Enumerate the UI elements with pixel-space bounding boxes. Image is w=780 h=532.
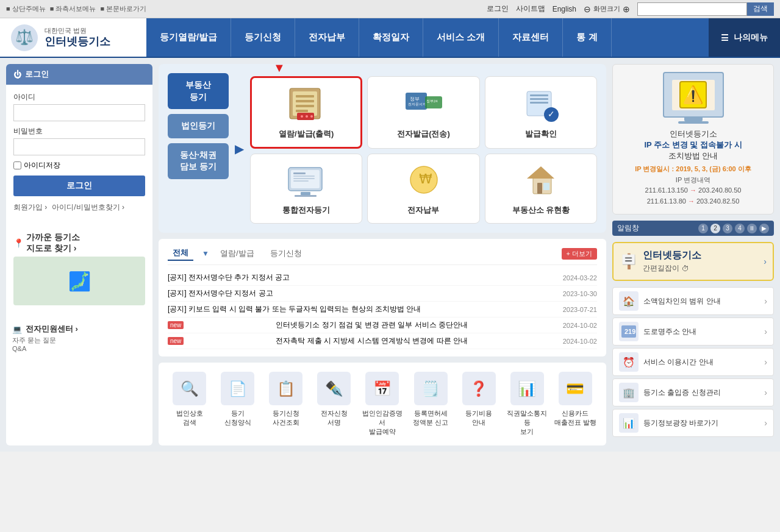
info-link-0[interactable]: 🏠 소액임차인의 범위 안내 › [612, 287, 774, 315]
location-title[interactable]: 📍 가까운 등기소지도로 찾기 › [13, 232, 145, 254]
info-link-2[interactable]: ⏰ 서비스 이용시간 안내 › [612, 348, 774, 376]
pw-label: 비밀번호 [13, 126, 145, 137]
svg-rect-20 [530, 102, 548, 104]
epayment-icon: ₩ [399, 161, 448, 201]
info-link-arrow-2: › [764, 357, 767, 367]
alarm-dot-3[interactable]: 4 [735, 224, 745, 233]
top-link-3[interactable]: ■ 본문바로가기 [101, 4, 147, 13]
electronic-sign-icon: ✒️ [317, 372, 351, 405]
my-menu-button[interactable]: ☰ 나의메뉴 [709, 18, 780, 57]
svg-text:정부24: 정부24 [426, 99, 438, 103]
bottom-icon-label-2: 등기신청사건조회 [273, 409, 299, 427]
alarm-dot-0[interactable]: 1 [698, 224, 708, 233]
news-tab-all[interactable]: 전체 [168, 246, 193, 261]
bottom-icon-0[interactable]: 🔍 법인상호검색 [168, 372, 211, 436]
bottom-icon-label-1: 등기신청양식 [224, 409, 251, 427]
info-link-1[interactable]: 219 도로명주소 안내 › [612, 317, 774, 346]
remember-checkbox[interactable] [13, 161, 21, 169]
login-link[interactable]: 로그인 [487, 4, 509, 14]
logo-main-text: 인터넷등기소 [45, 35, 110, 49]
quick-guide-text: 인터넷등기소 간편길잡이 ⏱ [643, 249, 701, 274]
alarm-pause-btn[interactable]: ⏸ [747, 224, 757, 233]
bottom-icon-4[interactable]: 📅 법인인감증명서발급예약 [360, 372, 404, 436]
bottom-icon-7[interactable]: 📊 직권말소통지등보기 [506, 372, 549, 436]
house-icon: 🏠 [619, 291, 639, 311]
service-card-integrated-electronic[interactable]: 통합전자등기 [250, 154, 362, 224]
quick-guide-arrow: › [764, 257, 767, 266]
news-tab-register[interactable]: 등기신청 [265, 247, 307, 260]
bottom-icon-5[interactable]: 🗒️ 등록면허세정액분 신고 [409, 372, 453, 436]
top-link-2[interactable]: ■ 좌측서보메뉴 [50, 4, 96, 13]
category-corporate[interactable]: 법인등기 [168, 114, 229, 138]
svg-text:정부: 정부 [410, 96, 420, 102]
svg-rect-5 [296, 100, 314, 102]
top-link-1[interactable]: ■ 상단주메뉴 [6, 4, 46, 13]
news-item-3: new 인터넷등기소 정기 점검 및 변경 관련 일부 서비스 중단안내 202… [168, 317, 597, 333]
card-label-2: 발급확인 [525, 129, 557, 140]
service-card-issue-confirm[interactable]: ✓ 발급확인 [485, 76, 597, 149]
search-input[interactable] [637, 2, 747, 16]
news-tab-view[interactable]: 열람/발급 [215, 247, 259, 260]
my-menu-label: 나의메뉴 [734, 32, 768, 43]
english-link[interactable]: English [553, 5, 576, 13]
ip-change-0: 211.61.13.150 → 203.240.80.50 [620, 185, 766, 196]
signup-link[interactable]: 회원가입 › [13, 202, 47, 213]
sitemap-link[interactable]: 사이트맵 [516, 4, 545, 14]
bottom-icon-6[interactable]: ❓ 등기비용안내 [457, 372, 501, 436]
card-label-1: 전자발급(전송) [397, 129, 450, 140]
category-movable[interactable]: 동산·채권담보 등기 [168, 143, 229, 179]
service-card-electronic-issue[interactable]: 정부 전자문서지갑 정부24 전자발급(전송) [367, 76, 479, 149]
search-button[interactable]: 검색 [747, 2, 774, 16]
bottom-icon-1[interactable]: 📄 등기신청양식 [216, 372, 259, 436]
svg-text:⚖️: ⚖️ [15, 28, 34, 46]
quick-guide-panel[interactable]: 🪧 인터넷등기소 간편길잡이 ⏱ › [612, 242, 774, 281]
svg-rect-35 [537, 183, 542, 194]
arrow-right-icon-0: → [690, 186, 698, 194]
nav-item-6[interactable]: 통 계 [563, 18, 611, 57]
info-links: 🏠 소액임차인의 범위 안내 › 219 도로명주소 안내 › ⏰ 서비스 이용… [612, 287, 774, 437]
svg-rect-28 [293, 180, 309, 182]
signpost-icon: 🪧 [620, 253, 638, 270]
ecitizen-title[interactable]: 💻 전자민원센터 › [12, 324, 146, 335]
view-issue-icon [282, 85, 331, 125]
service-card-view-issue[interactable]: 열람/발급(출력) [250, 76, 362, 149]
password-input[interactable] [13, 138, 145, 155]
search-form: 검색 [637, 2, 774, 16]
news-more-button[interactable]: + 더보기 [562, 248, 597, 260]
login-button[interactable]: 로그인 [13, 176, 145, 196]
alarm-dot-2[interactable]: 3 [723, 224, 732, 233]
bottom-icon-3[interactable]: ✒️ 전자신청서명 [312, 372, 356, 436]
info-link-4[interactable]: 📊 등기정보광장 바로가기 › [612, 409, 774, 437]
center-main: 부동산등기 법인등기 동산·채권담보 등기 ▶ ▼ [159, 64, 606, 445]
news-item-1: [공지] 전자서명수단 지정서 공고 2023-10-30 [168, 286, 597, 302]
more-label: 더보기 [572, 249, 592, 258]
nav-item-4[interactable]: 서비스 소개 [423, 18, 499, 57]
nav-item-5[interactable]: 자료센터 [499, 18, 563, 57]
ecitizen-panel: 💻 전자민원센터 › 자주 묻는 질문Q&A [6, 317, 152, 358]
nav-item-2[interactable]: 전자납부 [295, 18, 359, 57]
alarm-forward-btn[interactable]: ▶ [759, 224, 769, 233]
nav-item-1[interactable]: 등기신청 [231, 18, 295, 57]
info-link-3[interactable]: 🏢 등기소 출입증 신청관리 › [612, 378, 774, 406]
find-account-link[interactable]: 아이디/비밀번호찾기 › [52, 202, 124, 213]
news-date-1: 2023-10-30 [563, 290, 597, 297]
nav-item-0[interactable]: 등기열람/발급 [146, 18, 231, 57]
news-item-4: new 전자촉탁 제출 시 지방세 시스템 연계방식 변경에 따른 안내 202… [168, 333, 597, 349]
service-categories: 부동산등기 법인등기 동산·채권담보 등기 [168, 73, 229, 224]
category-realestate[interactable]: 부동산등기 [168, 73, 229, 109]
service-card-epayment[interactable]: ₩ 전자납부 [367, 154, 479, 224]
id-input[interactable] [13, 104, 145, 121]
minus-icon[interactable]: ⊖ [584, 4, 591, 14]
alarm-dot-1[interactable]: 2 [710, 224, 720, 233]
tab-dropdown-icon[interactable]: ▼ [202, 249, 209, 258]
registration-fee-icon: ❓ [462, 372, 496, 405]
bottom-icon-8[interactable]: 💳 신용카드매출전표 발행 [554, 372, 597, 436]
notice-subtitle-bold: IP 주소 변경 및 접속불가 시 [644, 140, 742, 149]
nav-item-3[interactable]: 확정일자 [359, 18, 423, 57]
news-item-2: [공지] 키보드 입력 시 입력 불가 또는 두글자씩 입력되는 현상의 조치방… [168, 302, 597, 317]
plus-icon[interactable]: ⊕ [623, 4, 630, 14]
bottom-icon-2[interactable]: 📋 등기신청사건조회 [264, 372, 307, 436]
service-card-realestate-status[interactable]: 부동산소 유현황 [485, 154, 597, 224]
news-date-0: 2024-03-22 [563, 274, 597, 282]
chart-icon: 📊 [619, 413, 639, 433]
